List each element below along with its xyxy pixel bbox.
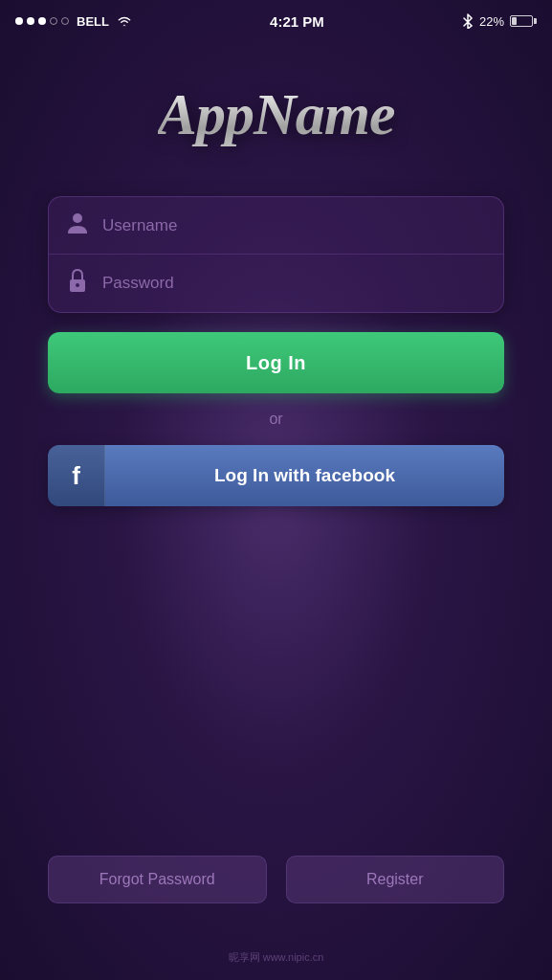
signal-dot-5 [61, 17, 69, 25]
wifi-icon [117, 15, 132, 27]
signal-dot-2 [27, 17, 34, 25]
battery-icon [510, 15, 537, 27]
register-button[interactable]: Register [286, 856, 505, 903]
lock-icon [66, 269, 89, 298]
status-left: BELL [15, 14, 132, 29]
main-content: AppName Log In or [0, 42, 552, 980]
password-row [49, 255, 503, 312]
battery-percentage: 22% [479, 14, 504, 29]
or-divider: or [269, 411, 282, 428]
signal-dot-1 [15, 17, 23, 25]
bottom-buttons: Forgot Password Register [48, 856, 504, 903]
svg-point-2 [76, 283, 79, 287]
login-form [48, 196, 504, 313]
signal-dot-4 [50, 17, 57, 25]
user-icon [66, 212, 89, 240]
bluetooth-icon [462, 13, 474, 29]
login-button[interactable]: Log In [48, 332, 504, 393]
facebook-login-label: Log In with facebook [105, 465, 504, 486]
app-title: AppName [158, 80, 395, 148]
facebook-login-button[interactable]: f Log In with facebook [48, 445, 504, 506]
svg-point-0 [73, 213, 82, 223]
time-display: 4:21 PM [270, 13, 324, 30]
username-row [49, 197, 503, 255]
watermark: 昵享网 www.nipic.cn [0, 950, 552, 965]
username-input[interactable] [102, 216, 486, 235]
status-right: 22% [462, 13, 537, 29]
password-input[interactable] [102, 274, 486, 293]
forgot-password-button[interactable]: Forgot Password [48, 856, 267, 903]
carrier-label: BELL [77, 14, 109, 29]
status-bar: BELL 4:21 PM 22% [0, 0, 552, 42]
signal-dot-3 [38, 17, 46, 25]
facebook-icon: f [48, 445, 105, 506]
